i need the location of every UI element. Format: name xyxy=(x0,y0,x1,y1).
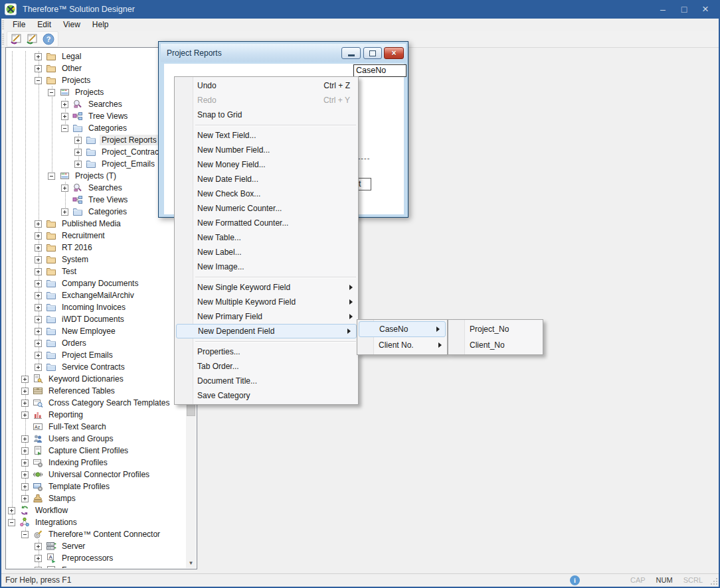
tree-item-preprocessors[interactable]: Preprocessors xyxy=(60,553,115,563)
info-icon[interactable]: i xyxy=(570,575,580,585)
tree-item-projects-t[interactable]: Projects (T) xyxy=(73,171,118,181)
expand-icon[interactable] xyxy=(35,555,42,562)
expand-icon[interactable] xyxy=(21,459,29,467)
expand-icon[interactable] xyxy=(35,364,42,371)
menu-item-save-category[interactable]: Save Category xyxy=(175,388,358,403)
expand-icon[interactable] xyxy=(35,220,42,228)
expand-icon[interactable] xyxy=(35,316,42,323)
tree-item-searches[interactable]: Searches xyxy=(86,183,124,193)
tree-row[interactable]: Server xyxy=(7,540,186,552)
expand-icon[interactable] xyxy=(21,483,29,490)
dialog-minimize-icon[interactable] xyxy=(341,47,361,59)
resize-grip-icon[interactable] xyxy=(711,578,717,585)
tree-item-capture-client-profiles[interactable]: Capture Client Profiles xyxy=(46,445,130,456)
expand-icon[interactable] xyxy=(35,244,42,252)
menu-item-client-no[interactable]: Client No. xyxy=(357,337,447,353)
menu-item-new-image[interactable]: New Image... xyxy=(175,259,358,274)
expand-icon[interactable] xyxy=(35,268,42,275)
tree-row[interactable]: Forms xyxy=(7,564,186,568)
tree-row[interactable]: Keyword Dictionaries xyxy=(7,373,186,385)
menu-item-project-no[interactable]: Project_No xyxy=(448,321,543,337)
tree-item-orders[interactable]: Orders xyxy=(60,338,88,348)
menubar-item-edit[interactable]: Edit xyxy=(31,19,57,31)
expand-icon[interactable] xyxy=(21,471,29,478)
menu-item-new-multiple-keyword-field[interactable]: New Multiple Keyword Field xyxy=(175,295,358,309)
maximize-icon[interactable]: □ xyxy=(674,0,695,19)
menu-item-new-check-box[interactable]: New Check Box... xyxy=(175,186,358,201)
tree-item-legal[interactable]: Legal xyxy=(60,51,83,62)
dialog-close-icon[interactable]: × xyxy=(384,47,404,59)
design-mode-purple-icon[interactable] xyxy=(10,33,23,46)
minimize-icon[interactable]: – xyxy=(652,0,674,19)
tree-item-published-media[interactable]: Published Media xyxy=(60,218,123,229)
menu-item-new-text-field[interactable]: New Text Field... xyxy=(175,128,358,143)
tree-item-projects[interactable]: Projects xyxy=(60,75,92,86)
expand-icon[interactable] xyxy=(35,256,42,263)
tree-item-exchangemailarchiv[interactable]: ExchangeMailArchiv xyxy=(60,290,136,301)
menu-item-new-date-field[interactable]: New Date Field... xyxy=(175,172,358,186)
tree-row[interactable]: Capture Client Profiles xyxy=(7,445,186,457)
menu-item-new-formatted-counter[interactable]: New Formatted Counter... xyxy=(175,216,358,230)
expand-icon[interactable] xyxy=(35,340,42,347)
menubar-item-help[interactable]: Help xyxy=(86,19,115,31)
tree-item-stamps[interactable]: Stamps xyxy=(46,493,78,504)
tree-row[interactable]: Cross Category Search Templates xyxy=(7,397,186,409)
expand-icon[interactable] xyxy=(61,113,68,120)
tree-row[interactable]: iWDT Documents xyxy=(7,313,186,325)
tree-row[interactable]: Reporting xyxy=(7,409,186,421)
tree-item-server[interactable]: Server xyxy=(60,541,87,551)
tree-item-tree-views[interactable]: Tree Views xyxy=(86,111,130,121)
tree-row[interactable]: AzFull-Text Search xyxy=(7,421,186,433)
tree-item-keyword-dictionaries[interactable]: Keyword Dictionaries xyxy=(46,374,126,384)
tree-row[interactable]: RT 2016 xyxy=(7,242,186,254)
tree-row[interactable]: APreprocessors xyxy=(7,552,186,564)
menu-item-new-number-field[interactable]: New Number Field... xyxy=(175,143,358,157)
tree-row[interactable]: Indexing Profiles xyxy=(7,457,186,469)
tree-row[interactable]: Referenced Tables xyxy=(7,385,186,397)
expand-icon[interactable] xyxy=(61,101,68,108)
menu-item-document-title[interactable]: Document Title... xyxy=(175,374,358,388)
scroll-down-icon[interactable]: ▼ xyxy=(186,558,196,568)
menu-item-new-money-field[interactable]: New Money Field... xyxy=(175,157,358,172)
close-icon[interactable]: × xyxy=(695,0,716,19)
tree-row[interactable]: Published Media xyxy=(7,218,186,230)
expand-icon[interactable] xyxy=(35,304,42,311)
tree-row[interactable]: Integrations xyxy=(7,516,186,528)
tree-item-searches[interactable]: Searches xyxy=(86,99,124,110)
menu-item-client-no[interactable]: Client_No xyxy=(448,337,543,353)
menu-item-undo[interactable]: UndoCtrl + Z xyxy=(175,78,358,93)
tree-item-universal-connector-profiles[interactable]: Universal Connector Profiles xyxy=(46,469,151,480)
expand-icon[interactable] xyxy=(8,507,15,514)
help-icon[interactable]: ? xyxy=(42,33,55,46)
menu-item-caseno[interactable]: CaseNo xyxy=(359,321,446,337)
tree-item-company-documents[interactable]: Company Documents xyxy=(60,278,140,289)
expand-icon[interactable] xyxy=(21,495,29,502)
expand-icon[interactable] xyxy=(35,328,42,335)
expand-icon[interactable] xyxy=(35,232,42,240)
menu-item-new-label[interactable]: New Label... xyxy=(175,245,358,259)
tree-item-iwdt-documents[interactable]: iWDT Documents xyxy=(60,314,126,325)
tree-row[interactable]: Service Contracts xyxy=(7,361,186,373)
menu-item-properties[interactable]: Properties... xyxy=(175,344,358,359)
form-field-caseno[interactable]: CaseNo xyxy=(353,64,406,77)
tree-row[interactable]: Incoming Invoices xyxy=(7,301,186,313)
tree-item-project-contracts[interactable]: Project_Contracts xyxy=(100,147,167,157)
tree-row[interactable]: Therefore™ Content Connector xyxy=(7,528,186,540)
tree-row[interactable]: Universal Connector Profiles xyxy=(7,469,186,480)
tree-row[interactable]: Orders xyxy=(7,337,186,349)
menu-item-new-primary-field[interactable]: New Primary Field xyxy=(175,309,358,324)
collapse-icon[interactable] xyxy=(21,531,29,538)
tree-item-rt-2016[interactable]: RT 2016 xyxy=(60,242,94,253)
tree-row[interactable]: Project Emails xyxy=(7,349,186,361)
expand-icon[interactable] xyxy=(21,376,29,383)
tree-row[interactable]: Workflow xyxy=(7,504,186,516)
expand-icon[interactable] xyxy=(74,137,82,144)
tree-row[interactable]: Stamps xyxy=(7,492,186,504)
collapse-icon[interactable] xyxy=(61,125,68,132)
collapse-icon[interactable] xyxy=(48,89,55,96)
menu-item-new-numeric-counter[interactable]: New Numeric Counter... xyxy=(175,201,358,216)
menu-item-new-single-keyword-field[interactable]: New Single Keyword Field xyxy=(175,280,358,295)
menubar-item-file[interactable]: File xyxy=(7,19,31,31)
collapse-icon[interactable] xyxy=(48,173,55,180)
tree-row[interactable]: System xyxy=(7,254,186,265)
